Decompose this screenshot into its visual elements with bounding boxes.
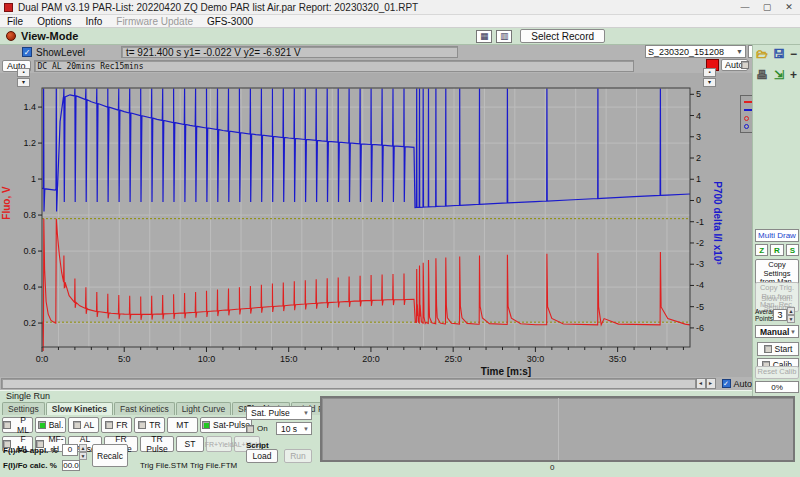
reset-calib-button: Reset Calib [755, 366, 799, 379]
svg-text:10:0: 10:0 [198, 354, 216, 364]
time-scrollbar[interactable] [1, 378, 696, 389]
trigger-mode-label: Manual [760, 327, 789, 337]
svg-text:-1: -1 [696, 217, 704, 227]
start-button[interactable]: Start [757, 342, 799, 356]
script-load-button[interactable]: Load [246, 449, 278, 463]
save-file-icon[interactable]: 🖫 [773, 48, 785, 60]
svg-text:15:0: 15:0 [280, 354, 298, 364]
fr-button[interactable]: FR [101, 417, 132, 433]
menu-gfs-3000[interactable]: GFS-3000 [200, 16, 260, 27]
start-checkbox[interactable] [764, 345, 772, 353]
right-scale-down-icon[interactable]: ▾ [703, 78, 716, 87]
fo-appl-value[interactable]: 0 [62, 444, 78, 456]
zoom-out-icon[interactable]: − [790, 48, 797, 60]
menu-file[interactable]: File [0, 16, 30, 27]
tab-slow-kinetics[interactable]: Slow Kinetics [46, 402, 113, 416]
fast-kinetics-preview[interactable] [320, 396, 795, 462]
svg-text:25:0: 25:0 [444, 354, 462, 364]
bal-checkbox[interactable] [38, 421, 46, 429]
close-button[interactable]: ✕ [778, 1, 800, 14]
scroll-auto-toggle[interactable]: ✓ Auto [722, 379, 753, 389]
pml-checkbox[interactable] [3, 421, 11, 429]
sat-pulse-checkbox[interactable] [202, 421, 210, 429]
menu-options[interactable]: Options [30, 16, 78, 27]
trigger-mode-dropdown[interactable]: Manual ▼ [755, 325, 799, 338]
record-select-dropdown[interactable]: S_230320_151208 ▼ [645, 45, 746, 58]
chevron-down-icon: ▼ [303, 426, 311, 432]
r-button[interactable]: R [770, 244, 783, 256]
show-level-checkbox[interactable]: ✓ [22, 47, 32, 57]
tr-pulse-button[interactable]: TR Pulse [140, 436, 174, 452]
left-scale-up-icon[interactable]: ▪ [17, 68, 30, 77]
trig-file-stm-label[interactable]: Trig File.STM [140, 461, 188, 470]
zoom-in-icon[interactable]: + [790, 69, 797, 81]
clock-on-toggle[interactable]: On [246, 424, 268, 433]
app-icon [4, 3, 13, 12]
svg-text:35:0: 35:0 [609, 354, 627, 364]
titlebar: Dual PAM v3.19 PAR-List: 20220420 ZQ Dem… [0, 0, 800, 15]
fo-down-icon[interactable]: ▼ [79, 452, 87, 460]
maximize-button[interactable]: ▢ [756, 1, 778, 14]
recalc-button[interactable]: Recalc [92, 444, 128, 467]
mt-button[interactable]: MT [167, 417, 198, 433]
avg-down-icon[interactable]: ▼ [787, 315, 795, 323]
chevron-down-icon: ▼ [790, 329, 798, 335]
fr-yield-button: FR+Yield [206, 436, 232, 452]
left-scale-buttons[interactable]: ▪ ▾ [17, 68, 30, 87]
fo-calc-label: F(I)/Fo calc. % [3, 461, 57, 470]
export-icon[interactable]: ⇲ [774, 69, 784, 81]
scroll-auto-checkbox[interactable]: ✓ [722, 379, 731, 388]
tab-light-curve[interactable]: Light Curve [176, 402, 231, 415]
open-file-icon[interactable]: 🗁 [756, 48, 768, 60]
average-points-control[interactable]: Average Points 3 ▲ ▼ [755, 307, 799, 323]
script-run-button: Run [284, 449, 312, 463]
fo-up-icon[interactable]: ▲ [79, 444, 87, 452]
scroll-right-icon[interactable]: ▸ [706, 378, 716, 389]
bal-button[interactable]: Bal. [35, 417, 66, 433]
svg-text:0.8: 0.8 [23, 210, 36, 220]
show-level-label: ShowLevel [36, 47, 85, 58]
tr-button[interactable]: TR [134, 417, 165, 433]
tab-settings[interactable]: Settings [2, 402, 45, 415]
report-table-icon[interactable]: ▦ [476, 30, 492, 43]
menu-info[interactable]: Info [79, 16, 110, 27]
al-checkbox[interactable] [73, 421, 81, 429]
multi-draw-label: Multi Draw [758, 231, 796, 240]
left-scale-down-icon[interactable]: ▾ [17, 78, 30, 87]
fo-calc-value: 00.0 [62, 460, 80, 471]
fr-checkbox[interactable] [105, 421, 113, 429]
fo-appl-spinner[interactable]: ▲ ▼ [79, 444, 87, 456]
select-record-button[interactable]: Select Record [520, 29, 605, 43]
tr-checkbox[interactable] [138, 421, 146, 429]
scroll-left-icon[interactable]: ◂ [696, 378, 706, 389]
s-button[interactable]: S [786, 244, 799, 256]
pml-button[interactable]: P ML [2, 417, 33, 433]
view-mode-icon [6, 31, 16, 41]
svg-text:0.6: 0.6 [23, 246, 36, 256]
right-scale-up-icon[interactable]: ▪ [703, 68, 716, 77]
clock-mode-dropdown[interactable]: Sat. Pulse▼ [246, 406, 312, 420]
al-button[interactable]: AL [68, 417, 99, 433]
clock-interval-dropdown[interactable]: 10 s▼ [276, 422, 312, 435]
chart-canvas[interactable]: 0.20.40.60.811.21.4-6-5-4-3-2-10123450:0… [0, 73, 752, 377]
clock-on-checkbox[interactable] [246, 425, 254, 433]
auto-right-checkbox[interactable] [741, 61, 749, 69]
st-button[interactable]: ST [176, 436, 204, 452]
multi-draw-dropdown[interactable]: Multi Draw [755, 229, 799, 242]
svg-text:30:0: 30:0 [527, 354, 545, 364]
right-scale-buttons[interactable]: ▪ ▾ [703, 68, 716, 87]
avg-up-icon[interactable]: ▲ [787, 307, 795, 315]
sat-pulse-button[interactable]: Sat-Pulse [200, 417, 252, 433]
tab-fast-kinetics[interactable]: Fast Kinetics [114, 402, 175, 415]
print-icon[interactable]: 🖶 [756, 69, 768, 81]
fo-appl-label: F(I)/Fo appl. % [3, 446, 58, 455]
trig-file-ftm-label[interactable]: Trig File.FTM [190, 461, 237, 470]
average-points-value[interactable]: 3 [773, 309, 787, 321]
svg-text:3: 3 [696, 132, 701, 142]
data-table-icon[interactable]: ▥ [496, 30, 512, 43]
minimize-button[interactable]: — [734, 1, 756, 14]
z-button[interactable]: Z [755, 244, 768, 256]
calib-progress: 0% [755, 381, 799, 393]
svg-text:5: 5 [696, 89, 701, 99]
svg-text:4: 4 [696, 111, 701, 121]
